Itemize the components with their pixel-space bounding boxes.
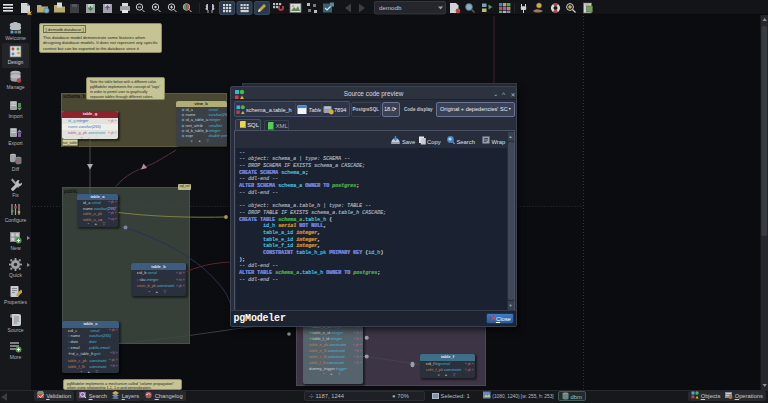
svg-text:Copy: Copy — [427, 138, 441, 144]
svg-text:demodb: demodb — [379, 4, 402, 11]
svg-text:Wrap: Wrap — [492, 138, 506, 144]
svg-text:Search: Search — [457, 138, 475, 144]
svg-text:Save: Save — [402, 138, 415, 144]
